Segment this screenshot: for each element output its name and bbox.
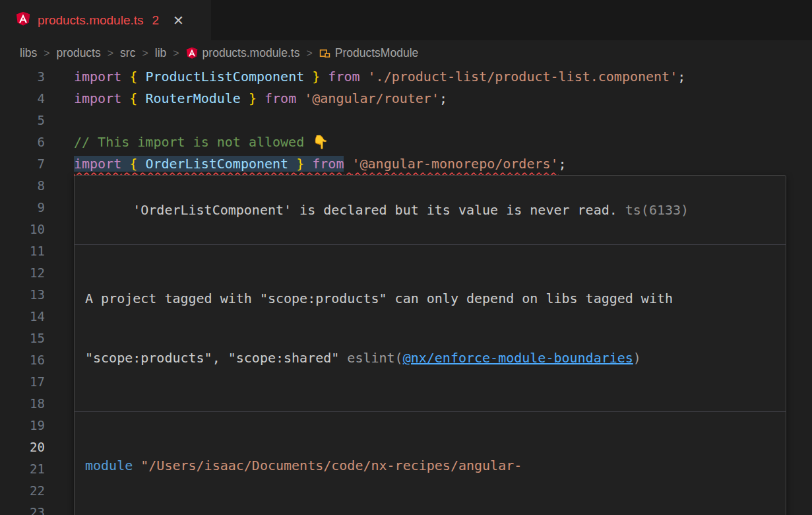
tab-title: products.module.ts (38, 13, 144, 28)
code-token: import (74, 156, 121, 172)
code-token (241, 90, 249, 106)
tab-bar: products.module.ts 2 ✕ (0, 0, 812, 40)
breadcrumb-label: products (57, 46, 101, 60)
code-token: from (328, 69, 359, 85)
line-number[interactable]: 17 (0, 371, 45, 393)
code-token: } (296, 156, 304, 172)
line-number[interactable]: 15 (0, 327, 45, 349)
code-token: { (129, 69, 137, 85)
line-number[interactable]: 11 (0, 240, 45, 262)
line-content: import { OrderListComponent } from '@ang… (74, 153, 567, 175)
line-number[interactable]: 19 (0, 415, 45, 436)
code-token (257, 90, 265, 106)
tab-products-module[interactable]: products.module.ts 2 ✕ (0, 0, 211, 40)
breadcrumb-item-file[interactable]: products.module.ts (186, 46, 300, 60)
line-number[interactable]: 10 (0, 219, 45, 240)
module-path-line1: "/Users/isaac/Documents/code/nx-recipes/… (133, 458, 522, 473)
chevron-right-icon: > (305, 48, 313, 59)
breadcrumb-label: libs (20, 46, 37, 60)
angular-icon (16, 11, 30, 29)
line-number[interactable]: 14 (0, 306, 45, 327)
breadcrumb-label: products.module.ts (203, 46, 300, 60)
breadcrumb-item-libs[interactable]: libs (20, 46, 37, 60)
code-line[interactable]: 3import { ProductListComponent } from '.… (0, 66, 812, 88)
line-number[interactable]: 5 (0, 110, 45, 131)
code-token: ProductListComponent (145, 69, 304, 85)
line-number[interactable]: 12 (0, 262, 45, 284)
code-token (288, 156, 296, 172)
breadcrumb-label: ProductsModule (335, 46, 418, 60)
code-token (137, 69, 145, 85)
symbol-class-icon (319, 46, 330, 60)
code-token: '@angular/router' (304, 90, 439, 106)
line-number[interactable]: 4 (0, 88, 45, 110)
line-number[interactable]: 7 (0, 153, 45, 175)
editor: 3import { ProductListComponent } from '.… (0, 66, 812, 515)
line-number[interactable]: 6 (0, 131, 45, 153)
code-token: '@angular-monorepo/orders' (352, 156, 559, 172)
line-number[interactable]: 3 (0, 66, 45, 88)
diagnostic-eslint: A project tagged with "scope:products" c… (75, 245, 786, 412)
code-token (304, 69, 312, 85)
chevron-right-icon: > (141, 48, 148, 59)
line-number[interactable]: 18 (0, 393, 45, 415)
code-token: ; (439, 90, 447, 106)
line-number[interactable]: 13 (0, 284, 45, 306)
code-token: { (129, 156, 137, 172)
line-number[interactable]: 8 (0, 175, 45, 197)
code-token (296, 90, 304, 106)
breadcrumb-item-symbol[interactable]: ProductsModule (319, 46, 418, 60)
diagnostic-ts: 'OrderListComponent' is declared but its… (75, 176, 786, 245)
line-number[interactable]: 22 (0, 480, 45, 502)
code-token (121, 156, 129, 172)
diagnostic-eslint-line1: A project tagged with "scope:products" c… (85, 289, 775, 308)
eslint-rule-link[interactable]: @nx/enforce-module-boundaries (403, 350, 633, 366)
code-token: from (265, 90, 296, 106)
line-number[interactable]: 21 (0, 458, 45, 480)
code-token: OrderListComponent (145, 156, 288, 172)
breadcrumb-label: lib (155, 46, 167, 60)
line-content: // This import is not allowed 👇 (74, 131, 328, 153)
diagnostic-eslint-source-prefix: eslint( (339, 350, 402, 366)
code-token: } (249, 90, 257, 106)
chevron-right-icon: > (107, 48, 114, 59)
code-token: { (129, 90, 137, 106)
chevron-right-icon: > (172, 48, 179, 59)
code-token: } (312, 69, 320, 85)
diagnostic-eslint-line2: "scope:products", "scope:shared" eslint(… (85, 348, 775, 368)
code-token (360, 69, 368, 85)
diagnostic-ts-source: ts(6133) (625, 202, 689, 218)
code-token: import (74, 69, 121, 85)
diagnostic-eslint-message: "scope:products", "scope:shared" (85, 350, 339, 366)
code-token: import (74, 90, 121, 106)
module-info: module "/Users/isaac/Documents/code/nx-r… (75, 412, 786, 515)
code-token (121, 69, 129, 85)
code-token: './product-list/product-list.component' (368, 69, 678, 85)
code-token (304, 156, 312, 172)
line-number[interactable]: 16 (0, 349, 45, 371)
module-info-line1: module "/Users/isaac/Documents/code/nx-r… (85, 456, 775, 475)
tab-strip-empty-area (211, 0, 812, 40)
angular-icon (186, 46, 198, 60)
code-token: RouterModule (145, 90, 241, 106)
breadcrumb-item-products[interactable]: products (57, 46, 101, 60)
code-line[interactable]: 6// This import is not allowed 👇 (0, 131, 812, 153)
code-line[interactable]: 5 (0, 110, 812, 131)
breadcrumb-item-src[interactable]: src (120, 46, 135, 60)
line-number[interactable]: 23 (0, 502, 45, 515)
code-line[interactable]: 7import { OrderListComponent } from '@an… (0, 153, 812, 175)
code-token (121, 90, 129, 106)
code-token: ; (559, 156, 567, 172)
code-line[interactable]: 4import { RouterModule } from '@angular/… (0, 88, 812, 110)
code-token (320, 69, 328, 85)
code-token (137, 156, 145, 172)
line-number[interactable]: 9 (0, 197, 45, 219)
line-number[interactable]: 20 (0, 436, 45, 458)
breadcrumb-item-lib[interactable]: lib (155, 46, 167, 60)
code-token: from (312, 156, 344, 172)
close-icon[interactable]: ✕ (173, 13, 184, 28)
code-token: ; (677, 69, 685, 85)
diagnostic-eslint-source-suffix: ) (633, 350, 641, 366)
line-content: import { ProductListComponent } from './… (74, 66, 685, 88)
code-token (344, 156, 352, 172)
